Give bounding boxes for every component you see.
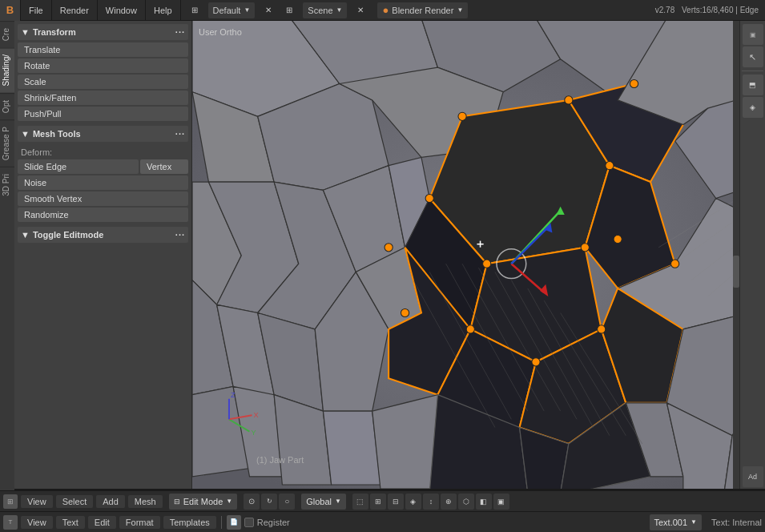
rt-cursor-button[interactable]: ↖	[743, 46, 763, 67]
svg-point-63	[598, 325, 606, 333]
sidebar-content: ▼ Transform ··· Translate Rotate Scale S…	[14, 21, 191, 490]
overlay-btn-2[interactable]: ⊞	[370, 494, 386, 510]
te-text-button[interactable]: Text	[56, 516, 85, 529]
mode-dropdown-icon: ▼	[226, 498, 232, 505]
toggle-editmode-header[interactable]: ▼ Toggle Editmode ···	[18, 227, 188, 243]
prop-edit-button[interactable]: ○	[279, 494, 295, 510]
noise-button[interactable]: Noise	[18, 175, 188, 190]
svg-point-66	[401, 308, 409, 316]
global-selector[interactable]: Global ▼	[301, 494, 346, 510]
rt-ad-button[interactable]: Ad	[743, 466, 763, 487]
mode-icon: ⊟	[174, 498, 180, 506]
svg-text:Y: Y	[252, 429, 256, 437]
menu-window[interactable]: Window	[98, 0, 146, 20]
shrink-fatten-button[interactable]: Shrink/Fatten	[18, 91, 188, 105]
toggle-editmode-dots: ···	[175, 230, 185, 240]
menu-render[interactable]: Render	[52, 0, 98, 20]
mesh-tools-title: Mesh Tools	[33, 129, 81, 139]
view-button[interactable]: View	[21, 495, 53, 508]
push-pull-button[interactable]: Push/Pull	[18, 107, 188, 121]
transform-orient-button[interactable]: ↻	[261, 494, 277, 510]
workspace-selector[interactable]: Default ▼	[208, 2, 256, 18]
vtab-opt[interactable]: Opt	[0, 93, 14, 119]
toggle-editmode-triangle: ▼	[21, 230, 30, 240]
mesh-tools-section-header[interactable]: ▼ Mesh Tools ···	[18, 126, 188, 142]
pivot-buttons: ⊙ ↻ ○	[244, 494, 295, 510]
menu-help[interactable]: Help	[146, 0, 181, 20]
register-checkbox[interactable]	[244, 518, 254, 527]
te-view-button[interactable]: View	[21, 516, 53, 529]
viewport-label: User Ortho	[199, 27, 242, 37]
slide-edge-button[interactable]: Slide Edge	[18, 159, 139, 174]
vtab-3dpri[interactable]: 3D Pri	[0, 167, 14, 203]
mesh-button[interactable]: Mesh	[128, 495, 163, 508]
viewport-icon[interactable]: ⊞	[3, 494, 18, 509]
transform-title: Transform	[33, 27, 76, 37]
svg-point-68	[630, 79, 638, 87]
rotate-button[interactable]: Rotate	[18, 58, 188, 73]
scene-selector[interactable]: Scene ▼	[303, 2, 347, 18]
overlay-btn-4[interactable]: ◈	[405, 494, 421, 510]
rt-view-button[interactable]: ▣	[743, 24, 763, 45]
overlay-buttons: ⬚ ⊞ ⊟ ◈ ↕ ⊕ ⬡ ◧ ▣	[352, 494, 509, 510]
svg-point-67	[671, 260, 679, 268]
workspace-dropdown-icon: ▼	[244, 6, 250, 14]
global-label: Global	[306, 497, 332, 506]
pivot-button[interactable]: ⊙	[244, 494, 260, 510]
overlay-btn-7[interactable]: ⬡	[458, 494, 474, 510]
mesh-tools-triangle: ▼	[21, 129, 30, 139]
blender-logo: B	[0, 0, 21, 21]
svg-point-64	[532, 358, 540, 366]
viewport[interactable]: User Ortho	[192, 21, 765, 490]
menu-bar: File Render Window Help	[21, 0, 181, 20]
scale-button[interactable]: Scale	[18, 75, 188, 89]
slide-edge-row: Slide Edge Vertex	[18, 159, 188, 174]
mode-selector[interactable]: ⊟ Edit Mode ▼	[169, 494, 237, 510]
vtab-cre[interactable]: Cre	[0, 21, 14, 47]
te-edit-button[interactable]: Edit	[88, 516, 116, 529]
te-templates-button[interactable]: Templates	[163, 516, 216, 529]
scene-label: Scene	[308, 6, 332, 15]
smooth-vertex-button[interactable]: Smooth Vertex	[18, 191, 188, 206]
svg-point-65	[466, 325, 474, 333]
render-engine-dropdown-icon: ▼	[457, 6, 463, 14]
svg-point-69	[385, 244, 393, 252]
add-button[interactable]: Add	[96, 495, 125, 508]
randomize-button[interactable]: Randomize	[18, 208, 188, 222]
transform-section-header[interactable]: ▼ Transform ···	[18, 24, 188, 40]
left-sidebar: Cre Shading/ Opt Grease P 3D Pri ▼ Trans…	[0, 21, 192, 490]
text-name-selector[interactable]: Text.001 ▼	[650, 514, 703, 530]
overlay-btn-3[interactable]: ⊟	[388, 494, 404, 510]
text-editor-icon[interactable]: T	[3, 515, 18, 530]
viewport-bottom-bar: ⊞ View Select Add Mesh ⊟ Edit Mode ▼ ⊙ ↻…	[0, 490, 765, 511]
overlay-btn-5[interactable]: ↕	[423, 494, 439, 510]
te-file-icon[interactable]: 📄	[227, 515, 241, 530]
text-editor-bar: T View Text Edit Format Templates 📄 Regi…	[0, 511, 765, 532]
overlay-btn-9[interactable]: ▣	[493, 494, 509, 510]
select-button[interactable]: Select	[56, 495, 94, 508]
object-label: (1) Jaw Part	[256, 455, 304, 465]
rt-manipulator-button[interactable]: ◈	[743, 97, 763, 118]
menu-file[interactable]: File	[21, 0, 52, 20]
vtab-grease[interactable]: Grease P	[0, 119, 14, 167]
te-format-button[interactable]: Format	[119, 516, 160, 529]
viewport-scrollbar[interactable]	[733, 21, 739, 490]
global-dropdown-icon: ▼	[335, 498, 341, 505]
scene-close-icon: ✕	[353, 3, 368, 18]
vtab-shading[interactable]: Shading/	[0, 47, 14, 92]
mode-selector-wrapper: ⊟ Edit Mode ▼	[169, 494, 237, 510]
mode-label: Edit Mode	[183, 497, 223, 506]
main-area: Cre Shading/ Opt Grease P 3D Pri ▼ Trans…	[0, 21, 765, 490]
translate-button[interactable]: Translate	[18, 42, 188, 57]
top-header: B File Render Window Help ⊞ Default ▼ ✕ …	[0, 0, 765, 21]
vertex-button[interactable]: Vertex	[140, 159, 188, 174]
te-divider	[221, 516, 222, 529]
render-engine-selector[interactable]: ● Blender Render ▼	[377, 2, 468, 18]
overlay-btn-6[interactable]: ⊕	[441, 494, 457, 510]
scrollbar-thumb	[733, 256, 739, 288]
overlay-btn-8[interactable]: ◧	[476, 494, 492, 510]
text-internal-label: Text: Internal	[711, 518, 762, 527]
rt-transform-button[interactable]: ⬒	[743, 75, 763, 95]
register-label: Register	[257, 518, 290, 527]
overlay-btn-1[interactable]: ⬚	[352, 494, 368, 510]
